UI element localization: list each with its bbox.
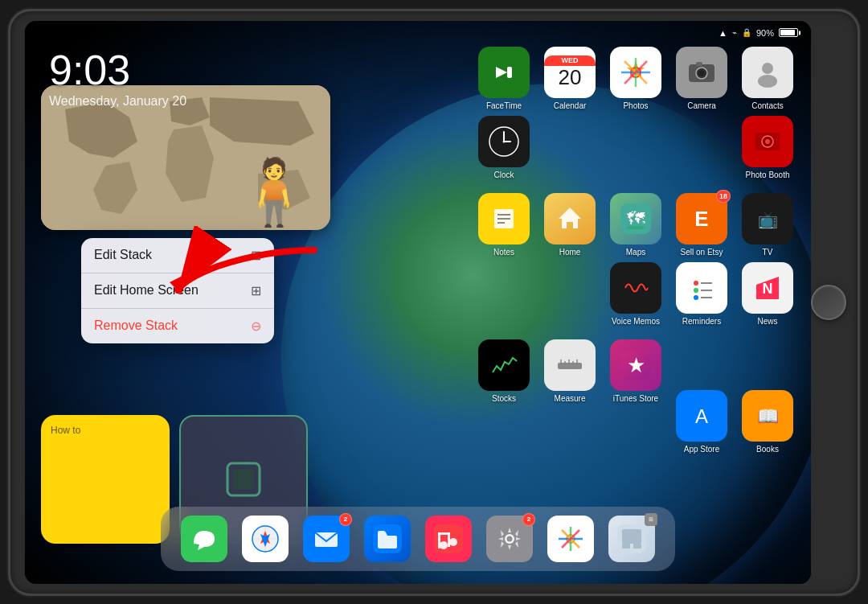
clock-icon — [478, 116, 530, 167]
svg-rect-94 — [622, 529, 641, 544]
app-home[interactable]: Home — [539, 193, 600, 257]
app-news[interactable]: N News — [737, 262, 798, 335]
dock-photos[interactable] — [547, 516, 594, 562]
appstore-label: App Store — [684, 445, 719, 454]
svg-rect-67 — [233, 469, 254, 490]
edit-stack-label: Edit Stack — [94, 248, 152, 262]
voicememos-label: Voice Memos — [612, 317, 660, 327]
edit-home-label: Edit Home Screen — [94, 283, 199, 298]
home-button[interactable] — [811, 285, 846, 320]
dock-safari2-icon: ⊞ — [608, 516, 655, 562]
camera-label: Camera — [687, 101, 716, 111]
app-voicememos[interactable]: Voice Memos — [605, 262, 666, 335]
app-contacts[interactable]: Contacts — [737, 47, 798, 111]
calendar-label: Calendar — [554, 101, 587, 111]
measure-icon — [544, 339, 596, 391]
svg-rect-42 — [620, 273, 651, 303]
itunesstore-label: iTunes Store — [613, 394, 658, 404]
tv-icon: 📺 — [742, 193, 793, 244]
svg-point-79 — [440, 541, 448, 549]
svg-point-15 — [698, 70, 705, 76]
app-tv[interactable]: 📺 TV — [737, 193, 798, 257]
news-label: News — [757, 317, 777, 327]
app-photos[interactable]: Photos — [605, 47, 666, 111]
svg-rect-5 — [507, 67, 512, 78]
svg-point-18 — [762, 63, 773, 74]
svg-point-44 — [694, 281, 698, 286]
app-clock[interactable]: Clock — [473, 116, 534, 188]
app-photobooth[interactable]: Photo Booth — [737, 116, 798, 188]
facetime-icon — [478, 47, 530, 98]
app-reminders[interactable]: Reminders — [671, 262, 732, 335]
facetime-label: FaceTime — [486, 101, 522, 111]
app-measure[interactable]: Measure — [539, 339, 600, 404]
stocks-label: Stocks — [492, 394, 516, 404]
home-label: Home — [559, 248, 581, 257]
stocks-icon — [478, 339, 530, 391]
calendar-icon: WED 20 — [544, 47, 596, 98]
status-bar: ▲ ⌁ 🔒 90% — [25, 21, 811, 45]
lock-icon: 🔒 — [742, 28, 751, 37]
svg-point-80 — [449, 538, 457, 546]
svg-text:📺: 📺 — [758, 210, 778, 229]
menu-item-remove-stack[interactable]: Remove Stack ⊖ — [81, 309, 274, 343]
app-maps[interactable]: 🗺 Maps — [605, 193, 666, 257]
svg-text:E: E — [694, 207, 708, 231]
safari2-badge: ⊞ — [645, 513, 657, 526]
mail-badge: 2 — [339, 513, 352, 526]
dock-messages-icon — [181, 516, 227, 562]
svg-text:📖: 📖 — [757, 405, 780, 427]
home-icon — [544, 193, 596, 244]
dock-music-icon — [425, 516, 472, 562]
dock-settings-icon: 2 — [486, 516, 533, 562]
svg-marker-34 — [559, 207, 581, 228]
settings-badge: 2 — [522, 513, 535, 526]
app-books[interactable]: 📖 Books — [737, 390, 798, 454]
app-camera[interactable]: Camera — [671, 47, 732, 111]
app-notes[interactable]: Notes — [473, 193, 534, 257]
dock-safari2[interactable]: ⊞ — [608, 516, 655, 562]
photos-label: Photos — [623, 101, 648, 111]
app-itunesstore[interactable]: ★ iTunes Store — [605, 339, 666, 404]
svg-point-46 — [694, 295, 698, 300]
svg-point-19 — [758, 75, 777, 88]
app-appstore[interactable]: A App Store — [671, 390, 732, 454]
svg-text:★: ★ — [627, 353, 645, 377]
battery-icon — [779, 28, 798, 37]
dock-music[interactable] — [425, 516, 472, 562]
appstore-icon: A — [676, 390, 727, 442]
app-etsy[interactable]: E 18 Sell on Etsy — [671, 193, 732, 257]
time-display: 9:03 Wednesday, January 20 — [49, 49, 186, 109]
contacts-label: Contacts — [751, 101, 783, 111]
svg-point-86 — [507, 536, 513, 541]
clock-date: Wednesday, January 20 — [49, 94, 186, 109]
app-calendar[interactable]: WED 20 Calendar — [539, 47, 600, 111]
dock-files-icon — [364, 516, 411, 562]
dock-safari-icon — [242, 516, 289, 562]
edit-stack-icon: ⊞ — [251, 248, 261, 263]
remove-stack-label: Remove Stack — [94, 318, 178, 333]
app-facetime[interactable]: FaceTime — [473, 47, 534, 111]
svg-rect-95 — [622, 544, 630, 549]
dock-mail[interactable]: 2 — [303, 516, 350, 562]
svg-rect-96 — [633, 544, 641, 549]
app-row4: A App Store 📖 Books — [668, 387, 801, 458]
etsy-icon: E 18 — [676, 193, 727, 244]
svg-rect-16 — [696, 62, 702, 66]
svg-rect-83 — [438, 532, 450, 535]
ipad-screen: ▲ ⌁ 🔒 90% 9:03 Wednesday, January 20 — [25, 21, 811, 584]
menu-item-edit-stack[interactable]: Edit Stack ⊞ — [81, 238, 274, 273]
photos-icon — [610, 47, 661, 98]
dock-messages[interactable] — [181, 516, 227, 562]
calendar-date: 20 — [559, 66, 582, 89]
clock-label: Clock — [493, 171, 514, 180]
battery-percent: 90% — [756, 28, 774, 38]
app-stocks[interactable]: Stocks — [473, 339, 534, 404]
dock-settings[interactable]: 2 — [486, 516, 533, 562]
reminders-icon — [676, 262, 727, 314]
widget-yellow[interactable]: How to — [41, 415, 170, 544]
mirror-icon — [223, 459, 264, 499]
dock-safari[interactable] — [242, 516, 289, 562]
dock-files[interactable] — [364, 516, 411, 562]
menu-item-edit-home[interactable]: Edit Home Screen ⊞ — [81, 273, 274, 309]
